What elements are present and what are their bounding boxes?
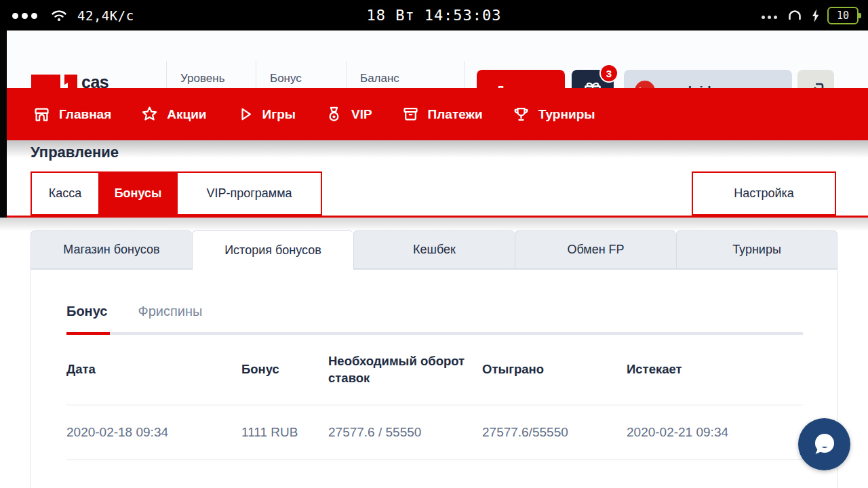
- live-chat-button[interactable]: [798, 418, 850, 470]
- casino-app-screen: 42,4K/c 18 Вт 14:53:03 10: [0, 0, 868, 488]
- nav-label: VIP: [351, 107, 372, 122]
- tab-cashier[interactable]: Касса: [31, 171, 98, 216]
- col-header-wagered: Отыграно: [482, 335, 627, 405]
- cell-expires: 2020-02-21 09:34: [627, 405, 803, 460]
- tab-settings[interactable]: Настройка: [692, 171, 836, 216]
- charging-bolt-icon: [810, 7, 821, 24]
- status-clock: 14:53:03: [425, 7, 502, 24]
- battery-indicator: 10: [827, 7, 859, 24]
- tab-bonus-history-freespins[interactable]: Фриспины: [138, 304, 202, 331]
- cell-bonus: 1111 RUB: [241, 405, 328, 460]
- star-icon: [140, 105, 159, 123]
- subtab-fp-exchange[interactable]: Обмен FP: [515, 230, 676, 269]
- app-header: cas ino Уровень 1 Бонус 6777.9 ₽ Баланс …: [0, 30, 868, 88]
- headphones-icon: [787, 7, 803, 24]
- cell-wagered: 27577.6/55550: [482, 405, 627, 460]
- nav-item-promotions[interactable]: Акции: [140, 105, 206, 123]
- bonus-section-tabs: Магазин бонусов История бонусов Кешбек О…: [31, 230, 837, 270]
- bonus-label: Бонус: [270, 72, 346, 85]
- tab-vip-program[interactable]: VIP-программа: [176, 171, 322, 216]
- management-tabs: Касса Бонусы VIP-программа: [31, 171, 322, 216]
- col-header-required-turnover: Необходимый оборот ставок: [328, 335, 482, 405]
- level-label: Уровень: [180, 72, 256, 85]
- cell-required-turnover: 27577.6 / 55550: [328, 405, 482, 460]
- subtab-bonus-history[interactable]: История бонусов: [192, 230, 353, 270]
- chat-bubble-icon: [809, 429, 840, 460]
- page-title: Управление: [31, 144, 119, 161]
- nav-label: Главная: [59, 107, 111, 122]
- col-header-bonus: Бонус: [241, 335, 328, 405]
- subtab-tournaments[interactable]: Турниры: [676, 230, 837, 269]
- wifi-icon: [50, 8, 68, 23]
- network-speed: 42,4K/c: [77, 8, 134, 23]
- subtab-cashback[interactable]: Кешбек: [353, 230, 515, 269]
- col-header-date: Дата: [66, 335, 241, 405]
- trophy-icon: [512, 105, 530, 123]
- storefront-icon: [33, 105, 51, 123]
- col-header-expires: Истекает: [627, 335, 803, 405]
- cashbox-icon: [401, 105, 420, 123]
- nav-label: Акции: [167, 107, 206, 122]
- medal-icon: [325, 105, 343, 123]
- bonus-history-table: Дата Бонус Необходимый оборот ставок Оты…: [66, 335, 803, 460]
- notification-dots-icon: [12, 9, 41, 22]
- nav-item-tournaments[interactable]: Турниры: [512, 105, 595, 123]
- nav-item-vip[interactable]: VIP: [325, 105, 372, 123]
- tab-bonuses[interactable]: Бонусы: [98, 171, 176, 216]
- nav-label: Платежи: [428, 107, 483, 122]
- navbar-shadow: [0, 140, 868, 158]
- play-icon: [236, 105, 254, 123]
- divider-shadow: [0, 218, 868, 231]
- balance-label: Баланс: [360, 72, 464, 85]
- nav-item-payments[interactable]: Платежи: [401, 105, 483, 123]
- tab-bonus-history-bonus[interactable]: Бонус: [66, 304, 107, 331]
- cell-date: 2020-02-18 09:34: [66, 405, 241, 460]
- history-type-tabs: Бонус Фриспины: [66, 304, 202, 331]
- red-divider-line: [0, 216, 868, 218]
- subtab-bonus-shop[interactable]: Магазин бонусов: [31, 230, 192, 269]
- android-status-bar: 42,4K/c 18 Вт 14:53:03 10: [0, 0, 868, 30]
- gift-count-badge: 3: [599, 64, 618, 83]
- status-date: 18 Вт: [366, 7, 414, 24]
- nav-item-games[interactable]: Игры: [236, 105, 296, 123]
- more-dots-icon: [762, 9, 780, 22]
- nav-item-home[interactable]: Главная: [33, 105, 111, 123]
- nav-label: Турниры: [538, 107, 595, 122]
- bonus-history-card: Бонус Фриспины Дата Бонус Необходимый об…: [31, 269, 837, 488]
- screen-edge-strip: [0, 30, 7, 218]
- main-navigation: Главная Акции Игры VIP: [0, 88, 868, 140]
- nav-label: Игры: [262, 107, 296, 122]
